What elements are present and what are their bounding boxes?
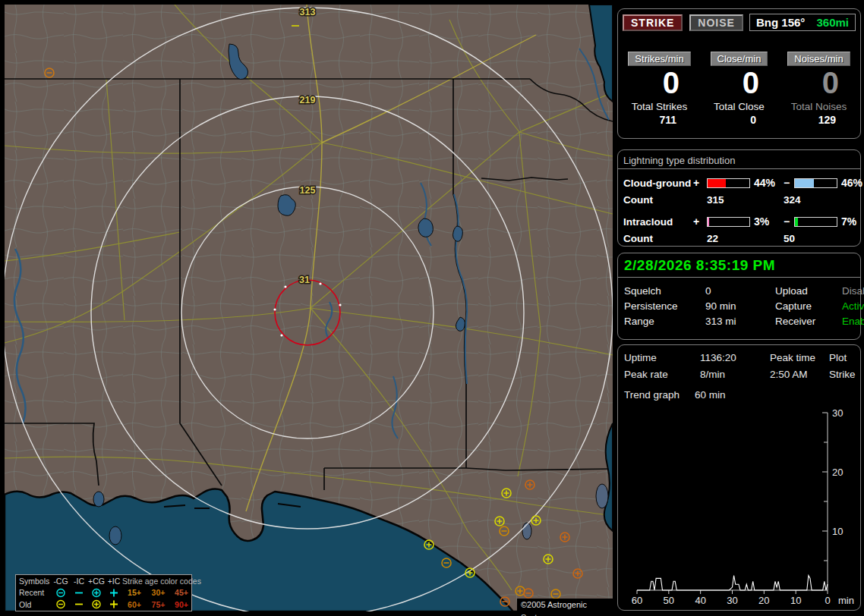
plus-sign: + <box>693 215 707 228</box>
upload-label: Upload <box>775 285 842 297</box>
ic-positive-count: 22 <box>707 233 784 244</box>
upload-status: Disabled <box>842 285 864 297</box>
pos-cg-old-icon <box>87 599 106 609</box>
trend-graph-label: Trend graph <box>624 389 680 401</box>
persistence-label: Persistence <box>624 300 705 312</box>
ic-negative-bar <box>794 217 837 227</box>
cg-positive-bar <box>707 178 750 188</box>
trend-graph: 6050403020100min102030 <box>618 404 860 610</box>
noise-button[interactable]: NOISE <box>689 14 743 31</box>
range-value: 360mi <box>816 16 849 29</box>
ic-positive-bar <box>707 217 750 227</box>
intracloud-label: Intracloud <box>623 216 693 228</box>
total-noises-value: 129 <box>779 114 859 126</box>
close-counter: Close/min 0 Total Close 0 <box>699 52 779 126</box>
cloud-ground-row: Cloud-ground + 44% − 46% <box>618 177 860 189</box>
legend-col-neg-ic: -IC <box>71 577 87 586</box>
cloud-ground-count-row: Count 315 324 <box>618 194 860 206</box>
map-legend: Symbols -CG -IC +CG +IC Strike age color… <box>15 574 192 611</box>
capture-label: Capture <box>775 300 842 312</box>
noises-per-min-button[interactable]: Noises/min <box>787 52 850 66</box>
minus-sign: − <box>784 177 794 189</box>
noises-counter: Noises/min 0 Total Noises 129 <box>779 52 859 126</box>
age-45: 45+ <box>170 588 193 597</box>
strike-button[interactable]: STRIKE <box>623 14 683 31</box>
status-panel: 2/28/2026 8:35:19 PM Squelch 0 Upload Di… <box>617 253 861 340</box>
neg-cg-old-icon <box>51 599 71 609</box>
close-per-min-value: 0 <box>699 68 779 99</box>
cloud-ground-label: Cloud-ground <box>623 178 693 189</box>
intracloud-count-row: Count 22 50 <box>618 233 860 244</box>
peak-rate-value: 8/min <box>700 369 770 380</box>
strikes-counter: Strikes/min 0 Total Strikes 711 <box>620 52 699 126</box>
ic-positive-bar-fill <box>708 218 709 226</box>
copyright-text: ©2005 Astrogenic Systems <box>517 599 613 611</box>
cg-negative-count: 324 <box>784 194 860 206</box>
ic-negative-pct: 7% <box>837 215 860 228</box>
lightning-map[interactable]: 313 219 125 31 <box>5 5 613 611</box>
svg-text:60: 60 <box>632 595 642 606</box>
cg-positive-pct: 44% <box>750 177 784 189</box>
intracloud-row: Intracloud + 3% − 7% <box>618 215 860 228</box>
cg-positive-bar-fill <box>708 179 726 187</box>
ring-label-125: 125 <box>300 185 316 196</box>
bearing-range-box: Bng 156° 360mi <box>749 14 856 31</box>
persistence-value: 90 min <box>705 300 775 312</box>
pos-cg-recent-icon <box>87 588 106 598</box>
range-value: 313 mi <box>705 316 775 327</box>
peak-time-value: 2:50 AM <box>770 369 829 380</box>
total-close-label: Total Close <box>714 101 765 112</box>
cg-count-label: Count <box>623 194 707 206</box>
legend-age-title: Strike age color codes <box>122 577 193 586</box>
svg-text:20: 20 <box>832 467 843 478</box>
age-75: 75+ <box>147 600 170 609</box>
uptime-label: Uptime <box>624 352 700 363</box>
receiver-status: Enabled <box>842 316 864 327</box>
capture-status: Active <box>842 300 864 312</box>
age-15: 15+ <box>122 588 147 597</box>
legend-col-pos-ic: +IC <box>106 577 122 586</box>
svg-text:0: 0 <box>825 595 830 606</box>
peak-rate-label: Peak rate <box>624 369 700 380</box>
range-label: Range <box>624 316 705 327</box>
ring-label-313: 313 <box>300 7 316 17</box>
cg-negative-bar <box>794 178 837 188</box>
ring-label-219: 219 <box>300 95 316 105</box>
svg-text:10: 10 <box>790 595 801 606</box>
plus-sign: + <box>693 177 707 189</box>
total-close-value: 0 <box>699 114 779 126</box>
legend-symbols-header: Symbols <box>16 577 51 586</box>
pos-ic-old-icon <box>106 599 122 609</box>
datetime-display: 2/28/2026 8:35:19 PM <box>618 253 860 278</box>
minus-sign: − <box>784 215 794 228</box>
bearing-value: Bng 156° <box>756 16 805 29</box>
legend-col-pos-cg: +CG <box>87 577 106 586</box>
svg-text:40: 40 <box>695 595 705 606</box>
distribution-title: Lightning type distribution <box>618 155 860 169</box>
age-30: 30+ <box>147 588 170 597</box>
total-strikes-label: Total Strikes <box>632 101 688 112</box>
neg-ic-recent-icon <box>71 588 87 598</box>
squelch-value: 0 <box>705 285 775 297</box>
ic-negative-bar-fill <box>795 218 798 226</box>
ic-count-label: Count <box>623 233 707 244</box>
neg-cg-recent-icon <box>51 588 71 598</box>
ring-label-31: 31 <box>299 275 310 285</box>
counts-panel: STRIKE NOISE Bng 156° 360mi Strikes/min … <box>617 8 861 139</box>
legend-row-recent-label: Recent <box>16 588 51 597</box>
svg-text:30: 30 <box>832 407 843 419</box>
cg-negative-pct: 46% <box>837 177 862 189</box>
trend-panel: Uptime 1136:20 Peak time Plot Peak rate … <box>617 344 861 611</box>
legend-col-neg-cg: -CG <box>51 577 71 586</box>
close-per-min-button[interactable]: Close/min <box>711 52 768 66</box>
svg-text:10: 10 <box>832 526 843 537</box>
squelch-label: Squelch <box>624 285 705 297</box>
receiver-label: Receiver <box>775 316 842 327</box>
ic-negative-count: 50 <box>784 233 860 244</box>
noises-per-min-value: 0 <box>779 68 859 99</box>
strikes-per-min-button[interactable]: Strikes/min <box>628 52 690 66</box>
distribution-panel: Lightning type distribution Cloud-ground… <box>617 149 861 247</box>
trend-window-value: 60 min <box>695 389 726 401</box>
svg-text:30: 30 <box>727 595 737 606</box>
cg-negative-bar-fill <box>795 179 814 187</box>
